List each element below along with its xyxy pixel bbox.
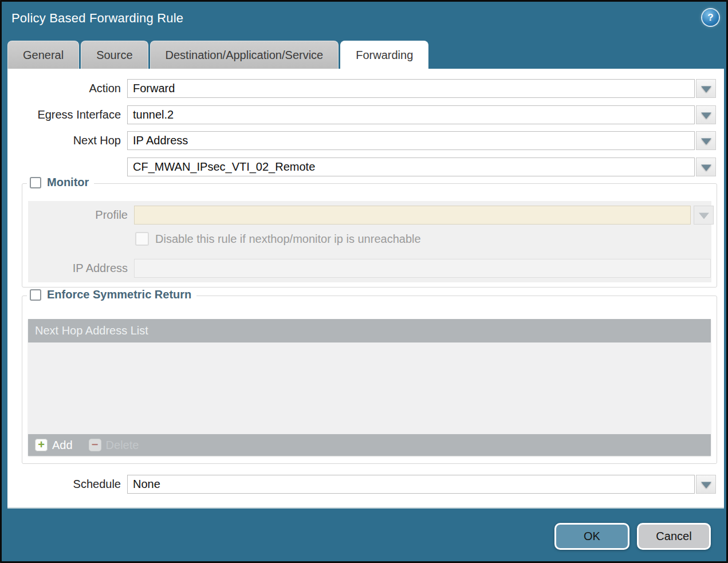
monitor-legend-label: Monitor [47,176,89,189]
cancel-button[interactable]: Cancel [637,523,711,550]
enforce-symmetric-return-legend-label: Enforce Symmetric Return [47,288,191,301]
action-dropdown-button[interactable] [696,79,716,98]
add-button-label: Add [52,439,73,452]
next-hop-address-dropdown-button[interactable] [696,158,716,176]
egress-interface-row: Egress Interface [7,105,724,124]
dialog-title: Policy Based Forwarding Rule [11,11,183,26]
disable-rule-checkbox [135,232,149,246]
action-label: Action [7,79,121,98]
minus-icon: − [89,439,101,451]
profile-field [134,206,691,225]
help-icon[interactable]: ? [702,9,719,26]
tab-content-forwarding: Action Egress Interface Next Hop Monitor… [7,69,724,507]
next-hop-address-combobox[interactable] [127,158,695,176]
next-hop-address-list-table: Next Hop Address List + Add − Delete [28,319,711,456]
schedule-dropdown-button[interactable] [696,475,716,494]
schedule-label: Schedule [7,475,121,494]
next-hop-address-list-header: Next Hop Address List [28,319,711,342]
monitor-legend: Monitor [27,176,94,189]
next-hop-address-row [7,158,724,176]
schedule-row: Schedule [7,475,724,494]
schedule-combobox[interactable] [127,475,695,494]
egress-interface-label: Egress Interface [7,105,121,124]
pbf-rule-dialog: Policy Based Forwarding Rule ? General S… [0,0,728,563]
monitor-panel: Profile Disable this rule if nexthop/mon… [28,201,711,282]
delete-button-label: Delete [106,439,139,452]
tab-bar: General Source Destination/Application/S… [7,41,428,69]
enforce-symmetric-return-group: Enforce Symmetric Return Next Hop Addres… [22,296,717,464]
disable-rule-label: Disable this rule if nexthop/monitor ip … [155,231,421,247]
tab-forwarding[interactable]: Forwarding [340,41,428,69]
enforce-symmetric-return-legend: Enforce Symmetric Return [27,288,196,301]
add-button[interactable]: + Add [35,439,73,452]
next-hop-address-list-toolbar: + Add − Delete [28,434,711,456]
next-hop-row: Next Hop [7,131,724,150]
action-row: Action [7,79,724,98]
tab-source[interactable]: Source [81,41,148,69]
next-hop-address-list-body[interactable] [28,342,711,434]
enforce-symmetric-return-checkbox[interactable] [30,289,41,301]
monitor-ip-address-label: IP Address [28,259,128,278]
tab-general[interactable]: General [7,41,79,69]
delete-button: − Delete [89,439,139,452]
tab-destination-application-service[interactable]: Destination/Application/Service [150,41,339,69]
monitor-group: Monitor Profile Disable this rule if nex… [22,183,717,288]
plus-icon: + [35,439,48,451]
egress-interface-dropdown-button[interactable] [696,105,716,124]
egress-interface-combobox[interactable] [127,105,695,124]
monitor-checkbox[interactable] [30,177,41,188]
next-hop-type-dropdown-button[interactable] [696,131,716,150]
profile-label: Profile [28,206,128,225]
next-hop-type-combobox[interactable] [127,131,695,150]
action-combobox[interactable] [127,79,695,98]
next-hop-label: Next Hop [7,131,121,150]
profile-dropdown-button [694,206,714,225]
ok-button[interactable]: OK [554,523,629,550]
monitor-ip-address-field [134,259,711,278]
